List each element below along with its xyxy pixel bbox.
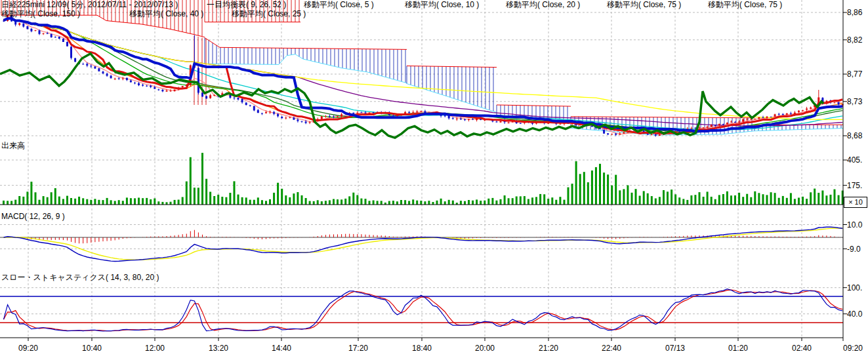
time-axis-label-4: 14:40 bbox=[272, 344, 291, 353]
legend-row2-item-1: 移動平均( Close, 40 ) bbox=[129, 10, 203, 18]
chart-application-window: 日経225mini 12/09( 5分, 2012/07/11 - 2012/0… bbox=[0, 0, 868, 360]
legend-row1-item-1: 一目均衡表( 9, 26, 52 ) bbox=[207, 1, 286, 9]
legend-row1-item-2: 移動平均( Close, 5 ) bbox=[304, 1, 374, 9]
time-axis-label-3: 13:20 bbox=[209, 344, 228, 353]
time-axis-label-5: 17:20 bbox=[348, 344, 368, 353]
time-axis-label-9: 22:40 bbox=[602, 344, 621, 353]
time-axis-label-7: 20:00 bbox=[475, 344, 495, 353]
volume-unit-multiplier-badge: × 10 bbox=[844, 197, 867, 208]
price-axis-label-0: 8,86 bbox=[847, 9, 862, 17]
stochastics-panel-title: スロー・ストキャスティクス( 14, 3, 80, 20 ) bbox=[1, 273, 159, 282]
time-axis-label-10: 07/13 bbox=[665, 344, 685, 353]
legend-row1-item-5: 移動平均( Close, 75 ) bbox=[607, 1, 681, 9]
stoch-axis-label-0: 100. bbox=[847, 284, 862, 292]
volume-axis-label-0: 405. bbox=[847, 156, 862, 165]
legend-row1-item-4: 移動平均( Close, 20 ) bbox=[506, 1, 580, 9]
volume-axis-label-1: 175. bbox=[847, 182, 862, 190]
time-axis-label-2: 12:00 bbox=[145, 344, 165, 353]
price-axis-label-4: 8,68 bbox=[847, 132, 862, 140]
time-axis-label-6: 18:40 bbox=[412, 344, 432, 353]
macd-panel-title: MACD( 12, 26, 9 ) bbox=[1, 212, 65, 221]
time-axis-label-0: 09:20 bbox=[18, 344, 38, 353]
time-axis-label-8: 21:20 bbox=[539, 344, 558, 353]
time-axis-label-13: 09:20 bbox=[843, 344, 863, 353]
stoch-axis-label-1: 40.0 bbox=[847, 310, 862, 319]
time-axis-label-12: 02:40 bbox=[792, 344, 812, 353]
macd-axis-label-1: -9.0 bbox=[847, 245, 861, 254]
chart-canvas bbox=[0, 0, 868, 360]
macd-axis-label-0: 10.0 bbox=[847, 221, 862, 230]
chart-svg bbox=[0, 0, 868, 360]
volume-panel-title: 出来高 bbox=[1, 142, 25, 150]
price-axis-label-3: 8,73 bbox=[847, 98, 862, 106]
legend-row2-item-2: 移動平均( Close, 25 ) bbox=[232, 10, 306, 18]
price-axis-label-2: 8,77 bbox=[847, 70, 862, 79]
legend-row2-item-0: 移動平均( Close, 150 ) bbox=[1, 10, 80, 18]
price-axis-label-1: 8,82 bbox=[847, 36, 862, 45]
time-axis-label-1: 10:40 bbox=[82, 344, 102, 353]
time-axis-label-11: 01:20 bbox=[728, 344, 748, 353]
legend-row1-item-0: 日経225mini 12/09( 5分, 2012/07/11 - 2012/0… bbox=[1, 1, 178, 9]
legend-row1-item-3: 移動平均( Close, 10 ) bbox=[405, 1, 479, 9]
legend-row1-item-6: 移動平均( Close, 75 ) bbox=[708, 1, 782, 9]
